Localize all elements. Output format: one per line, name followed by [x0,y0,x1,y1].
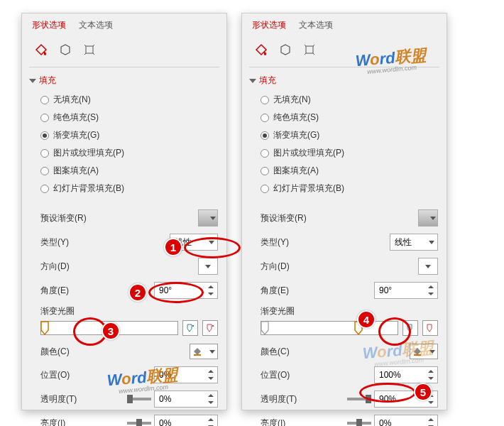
radio-label: 幻灯片背景填充(B) [53,182,124,195]
radio-label: 图片或纹理填充(P) [273,147,344,159]
type-label: 类型(Y) [40,236,69,248]
radio-label: 纯色填充(S) [273,111,319,124]
row-brightness: 亮度(I) 0% [40,411,218,426]
remove-stop-button[interactable] [202,320,218,336]
radio-picture-fill[interactable]: 图片或纹理填充(P) [261,144,439,162]
radio-label: 图片或纹理填充(P) [53,147,124,159]
fill-category-icon[interactable] [251,40,272,60]
radio-solid-fill[interactable]: 纯色填充(S) [40,109,219,126]
radio-label: 图案填充(A) [273,165,319,177]
tab-shape-options[interactable]: 形状选项 [32,19,66,31]
callout-ring-2 [148,282,204,303]
color-label: 颜色(C) [261,346,290,358]
preset-dropdown[interactable] [198,209,218,226]
collapse-arrow-icon [29,79,36,83]
position-label: 位置(O) [40,369,70,381]
gradient-stop-handle[interactable] [260,320,270,336]
radio-no-fill[interactable]: 无填充(N) [40,91,219,109]
format-shape-panel-left: 形状选项 文本选项 填充 无填充(N) 纯色填充(S) 渐变填充(G) 图片或纹… [21,13,227,410]
option-tabs: 形状选项 文本选项 [22,19,226,37]
brightness-slider[interactable] [347,422,371,425]
radio-solid-fill[interactable]: 纯色填充(S) [261,109,439,126]
fill-section-header[interactable]: 填充 [242,72,447,89]
brightness-spinner[interactable]: 0% [154,415,218,426]
row-angle: 角度(E) 90° [261,278,438,302]
tab-shape-options[interactable]: 形状选项 [252,19,286,31]
paint-bucket-icon [192,346,204,356]
position-spinner[interactable]: 100% [374,366,438,383]
brightness-slider[interactable] [127,422,151,425]
radio-label: 渐变填充(G) [53,129,99,141]
callout-badge-4: 4 [357,310,376,329]
size-category-icon[interactable] [299,40,320,60]
fill-section-title: 填充 [39,75,56,87]
fill-section-header[interactable]: 填充 [22,72,226,89]
radio-gradient-fill[interactable]: 渐变填充(G) [261,126,439,144]
collapse-arrow-icon [249,79,256,83]
svg-rect-3 [414,354,421,356]
tab-text-options[interactable]: 文本选项 [299,19,333,31]
callout-ring-4 [378,317,411,346]
category-icons [242,37,447,65]
row-position: 位置(O) 100% [261,363,438,387]
radio-label: 纯色填充(S) [53,111,99,124]
callout-ring-5 [359,383,416,403]
transparency-label: 透明度(T) [40,393,77,405]
callout-badge-3: 3 [102,322,120,340]
gradient-stops-row [261,319,438,340]
radio-icon [40,96,49,104]
option-tabs: 形状选项 文本选项 [242,19,447,37]
callout-ring-1 [184,237,241,258]
angle-label: 角度(E) [40,285,69,297]
size-category-icon[interactable] [79,40,100,60]
spinner-buttons[interactable] [206,283,216,297]
transparency-slider[interactable] [127,398,151,400]
angle-spinner[interactable]: 90° [374,282,438,299]
fill-radio-group: 无填充(N) 纯色填充(S) 渐变填充(G) 图片或纹理填充(P) 图案填充(A… [22,89,226,203]
gradient-controls: 预设渐变(R) 类型(Y) 线性 方向(D) 角度(E) 90° 渐变光圈 颜 [22,203,226,426]
color-dropdown[interactable] [410,344,438,359]
radio-no-fill[interactable]: 无填充(N) [261,91,439,109]
radio-slidebg-fill[interactable]: 幻灯片背景填充(B) [40,180,219,197]
svg-rect-2 [306,46,313,53]
preset-dropdown[interactable] [418,209,438,226]
direction-dropdown[interactable] [418,258,438,275]
gradient-stops-track[interactable] [261,321,398,335]
row-color: 颜色(C) [261,340,438,363]
add-stop-button[interactable] [182,320,198,336]
radio-slidebg-fill[interactable]: 幻灯片背景填充(B) [261,180,439,197]
stops-label: 渐变光圈 [261,302,438,319]
stops-label: 渐变光圈 [40,302,218,319]
brightness-spinner[interactable]: 0% [374,415,438,426]
radio-picture-fill[interactable]: 图片或纹理填充(P) [40,144,219,162]
color-label: 颜色(C) [40,346,70,358]
radio-icon [40,149,49,158]
effects-category-icon[interactable] [275,40,296,60]
radio-pattern-fill[interactable]: 图案填充(A) [261,162,439,180]
remove-stop-button[interactable] [422,320,438,336]
effects-category-icon[interactable] [55,40,76,60]
position-value: 0% [159,370,171,380]
position-spinner[interactable]: 0% [154,366,218,383]
brightness-value: 0% [379,418,391,426]
radio-label: 无填充(N) [273,94,311,106]
tab-text-options[interactable]: 文本选项 [79,19,113,31]
row-transparency: 透明度(T) 0% [40,387,218,411]
type-dropdown[interactable]: 线性 [390,234,438,251]
color-dropdown[interactable] [190,344,218,359]
direction-label: 方向(D) [261,261,290,273]
row-preset: 预设渐变(R) [40,206,218,230]
fill-category-icon[interactable] [31,40,52,60]
radio-gradient-fill[interactable]: 渐变填充(G) [40,126,219,144]
gradient-stop-handle[interactable] [40,320,50,336]
chevron-down-icon [205,265,211,268]
radio-label: 幻灯片背景填充(B) [273,182,344,195]
position-label: 位置(O) [261,369,290,381]
transparency-value: 0% [159,394,171,404]
direction-dropdown[interactable] [198,258,218,275]
row-direction: 方向(D) [40,254,218,278]
transparency-spinner[interactable]: 0% [154,390,218,408]
radio-pattern-fill[interactable]: 图案填充(A) [40,162,219,180]
fill-section-title: 填充 [259,75,276,87]
brightness-value: 0% [159,418,171,426]
